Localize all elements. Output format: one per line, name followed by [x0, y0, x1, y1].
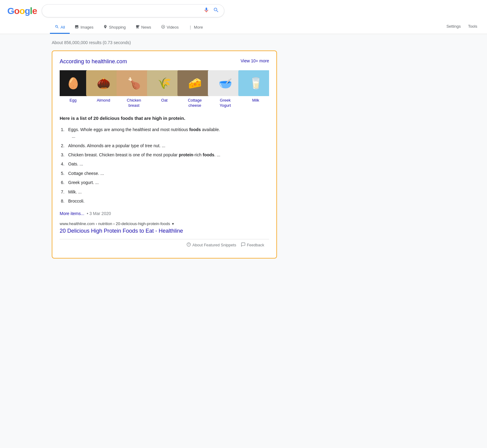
about-snippets[interactable]: ? About Featured Snippets [187, 242, 236, 248]
logo-letter-l: l [30, 6, 32, 16]
snippet-url-row: www.healthline.com › nutrition › 20-deli… [60, 221, 269, 226]
food-image-cottage: 🧀 [177, 70, 212, 96]
tab-shopping[interactable]: Shopping [98, 22, 131, 34]
google-logo: Google [7, 6, 37, 16]
list-item: 6. Greek yogurt. ... [60, 178, 269, 187]
search-input[interactable]: best protein foods [47, 8, 203, 14]
view-more-link[interactable]: View 10+ more [240, 58, 269, 63]
food-item-oat[interactable]: 🌾 Oat [151, 70, 178, 108]
snippet-header: According to healthline.com View 10+ mor… [60, 58, 269, 65]
feedback-label: Feedback [247, 243, 264, 247]
search-button-icon[interactable] [213, 7, 219, 15]
feedback-button[interactable]: Feedback [241, 242, 264, 248]
snippet-list: 1. Eggs. Whole eggs are among the health… [60, 125, 269, 206]
header-top: Google best protein foods [7, 4, 480, 22]
food-label-milk: Milk [252, 98, 259, 103]
snippet-heading: Here is a list of 20 delicious foods tha… [60, 116, 269, 121]
tab-all[interactable]: All [50, 22, 70, 34]
food-item-almond[interactable]: 🌰 Almond [90, 70, 117, 108]
food-label-yogurt: GreekYogurt [219, 98, 231, 108]
food-image-yogurt: 🥣 [208, 70, 243, 96]
list-num-1: 1. [61, 126, 65, 133]
results-count: About 856,000,000 results (0.73 seconds) [52, 40, 435, 45]
about-snippets-label: About Featured Snippets [192, 243, 236, 247]
list-item: 7. Milk. ... [60, 187, 269, 196]
list-item: 3. Chicken breast. Chicken breast is one… [60, 150, 269, 159]
logo-letter-o1: o [14, 6, 19, 16]
food-label-almond: Almond [97, 98, 110, 103]
list-num-7: 7. [61, 189, 65, 195]
page-wrapper: Google best protein foods [0, 0, 487, 265]
food-item-yogurt[interactable]: 🥣 GreekYogurt [212, 70, 239, 108]
tab-images[interactable]: Images [70, 22, 98, 34]
list-item: 4. Oats. ... [60, 159, 269, 168]
snippet-date: • 3 Mar 2020 [87, 211, 111, 216]
food-label-chicken: Chickenbreast [127, 98, 141, 108]
snippet-source[interactable]: According to healthline.com [60, 58, 127, 65]
logo-letter-g2: g [25, 6, 30, 16]
feedback-icon [241, 242, 245, 248]
list-num-3: 3. [61, 151, 65, 158]
more-items-link[interactable]: More items... [60, 211, 84, 216]
videos-icon [161, 25, 165, 30]
food-item-chicken[interactable]: 🍗 Chickenbreast [121, 70, 147, 108]
news-icon [135, 25, 140, 30]
nav-tabs: All Images Shopping [7, 22, 480, 34]
tools-link[interactable]: Tools [466, 23, 480, 30]
snippet-url-text: www.healthline.com › nutrition › 20-deli… [60, 221, 170, 226]
tab-images-label: Images [80, 25, 93, 30]
header: Google best protein foods [0, 0, 487, 34]
logo-letter-g: G [7, 6, 14, 16]
food-images-row: 🥚 Egg 🌰 Almond 🍗 Chickenbreast [60, 70, 269, 108]
settings-link[interactable]: Settings [444, 23, 463, 30]
microphone-icon[interactable] [203, 7, 209, 15]
snippet-footer: More items... • 3 Mar 2020 [60, 211, 269, 216]
snippet-title-link[interactable]: 20 Delicious High Protein Foods to Eat -… [60, 228, 183, 234]
list-item: 8. Broccoli. [60, 196, 269, 206]
food-item-egg[interactable]: 🥚 Egg [60, 70, 86, 108]
food-item-cottage[interactable]: 🧀 Cottagecheese [181, 70, 208, 108]
list-num-6: 6. [61, 179, 65, 186]
tab-videos[interactable]: Videos [156, 22, 184, 34]
more-dots-icon: ⋮ [188, 25, 192, 30]
search-icons [203, 7, 219, 15]
nav-right: Settings Tools [444, 23, 480, 33]
food-label-cottage: Cottagecheese [188, 98, 202, 108]
tab-videos-label: Videos [167, 25, 179, 30]
tab-more-label: More [194, 25, 203, 30]
list-num-2: 2. [61, 142, 65, 149]
question-mark-icon: ? [187, 242, 191, 248]
tab-more[interactable]: ⋮ More [184, 22, 208, 33]
food-image-chicken: 🍗 [117, 70, 152, 96]
images-icon [75, 25, 79, 30]
list-num-8: 8. [61, 198, 65, 204]
food-item-milk[interactable]: 🥛 Milk [242, 70, 269, 108]
list-item: 5. Cottage cheese. ... [60, 169, 269, 178]
logo-letter-o2: o [19, 6, 25, 16]
tab-shopping-label: Shopping [109, 25, 126, 30]
tab-news-label: News [141, 25, 151, 30]
bottom-bar: ? About Featured Snippets Feedback [60, 239, 269, 251]
shopping-icon [103, 25, 107, 30]
list-item: 1. Eggs. Whole eggs are among the health… [60, 125, 269, 141]
main-content: About 856,000,000 results (0.73 seconds)… [0, 34, 487, 265]
food-label-oat: Oat [161, 98, 168, 103]
search-bar: best protein foods [42, 4, 224, 17]
svg-text:?: ? [188, 243, 190, 246]
logo-letter-e: e [32, 6, 37, 16]
dropdown-arrow-icon[interactable]: ▼ [171, 222, 175, 226]
list-num-4: 4. [61, 161, 65, 167]
tab-news[interactable]: News [131, 22, 156, 34]
featured-snippet: According to healthline.com View 10+ mor… [52, 50, 277, 259]
food-image-milk: 🥛 [238, 70, 269, 96]
list-item: 2. Almonds. Almonds are a popular type o… [60, 141, 269, 150]
tab-all-label: All [61, 25, 65, 30]
food-image-oat: 🌾 [147, 70, 182, 96]
food-label-egg: Egg [69, 98, 76, 103]
food-image-almond: 🌰 [86, 70, 121, 96]
list-num-5: 5. [61, 170, 65, 177]
all-search-icon [55, 25, 59, 30]
